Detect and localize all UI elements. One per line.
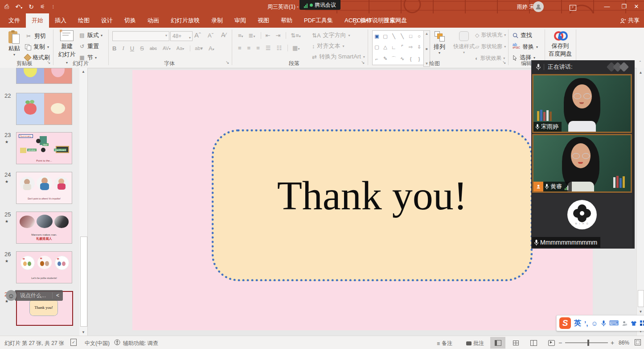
share-button[interactable]: 共享 — [620, 13, 640, 28]
start-slideshow-icon[interactable]: ⚟ — [40, 4, 45, 10]
scroll-down-button[interactable]: ▼ — [79, 328, 87, 336]
slide-thumbnail-24[interactable]: Don't point to others! It's impolite! — [16, 172, 72, 204]
video-tile-participant-3[interactable]: M I H O Mmmmmmmmmmm — [532, 194, 632, 248]
comments-button[interactable]: 批注 — [466, 340, 484, 347]
paste-button[interactable]: 粘贴 ▾ — [5, 30, 23, 57]
distribute-button[interactable]: ☷ — [276, 45, 282, 51]
ime-voice-icon[interactable] — [601, 320, 606, 327]
font-name-combo[interactable]: ▾ — [112, 31, 169, 41]
font-color-button[interactable]: A▾ — [209, 45, 214, 52]
tab-record[interactable]: 录制 — [205, 13, 229, 28]
tab-help[interactable]: 帮助 — [275, 13, 298, 28]
notes-button[interactable]: ≡备注 — [437, 340, 452, 347]
account-user-name[interactable]: 雨婷 宋 — [517, 0, 534, 13]
tencent-meeting-panel[interactable]: 正在讲话: 宋雨婷 — [531, 60, 635, 249]
clipboard-dialog-launcher[interactable]: ↘ — [47, 60, 50, 65]
columns-button[interactable]: ▦▾ — [287, 45, 299, 51]
tab-design[interactable]: 设计 — [95, 13, 119, 28]
video-tile-participant-1[interactable]: 宋雨婷 — [532, 74, 632, 133]
shape-fill-button[interactable]: ◇形状填充▾ — [475, 31, 506, 39]
highlight-color-button[interactable]: ab▾ — [190, 46, 203, 51]
decrease-font-icon[interactable]: Aˇ — [208, 32, 213, 39]
layout-button[interactable]: ▤版式▾ — [78, 31, 103, 39]
justify-button[interactable]: ☰ — [266, 45, 271, 51]
ime-language-mode[interactable]: 英 — [574, 319, 581, 328]
strikethrough-button[interactable]: S — [140, 45, 144, 52]
slide-thumbnail-23[interactable]: Summary window door blackboard Point to … — [16, 132, 72, 164]
slideshow-view-button[interactable] — [544, 337, 559, 349]
scrollbar-thumb[interactable] — [80, 237, 87, 327]
slide-thumbnail-22[interactable] — [16, 93, 72, 125]
align-right-button[interactable]: ≡ — [256, 45, 260, 51]
fit-to-window-icon[interactable] — [635, 339, 641, 345]
increase-font-icon[interactable]: Aˆ — [194, 31, 201, 39]
tab-animations[interactable]: 动画 — [142, 13, 165, 28]
meeting-header[interactable]: 正在讲话: — [531, 60, 635, 74]
scroll-up-button[interactable]: ▲ — [79, 68, 87, 75]
ime-keyboard-icon[interactable]: ⌨ — [609, 319, 619, 327]
bullets-button[interactable]: ≡▾ — [238, 32, 243, 39]
save-icon[interactable]: ⎙ — [4, 3, 9, 10]
slide-canvas[interactable]: Thank you! — [132, 70, 593, 330]
avatar[interactable] — [533, 1, 544, 12]
slide-thumbnail-26[interactable]: ▮▮ ▮▮ ▮▮ Let's be polite students! — [16, 251, 72, 283]
bold-button[interactable]: B — [112, 45, 116, 52]
align-left-button[interactable]: ≡ — [238, 45, 242, 51]
tab-review[interactable]: 审阅 — [229, 13, 252, 28]
scroll-up-button[interactable]: ▲ — [637, 69, 644, 76]
ribbon-display-options-button[interactable]: ↑ — [565, 0, 580, 13]
italic-button[interactable]: I — [122, 45, 124, 52]
slide-thumbnail-21[interactable] — [16, 68, 72, 84]
subscript-button[interactable]: abc — [150, 46, 157, 51]
sogou-logo-icon[interactable]: S — [559, 317, 571, 329]
thumbnail-scrollbar[interactable]: ▲ ▼ — [79, 68, 87, 336]
change-case-button[interactable]: Aa▾ — [176, 46, 184, 51]
shapes-gallery[interactable]: ▣▢╲╲□○ ▢△∟⌜⇨⇩ ⌐✎⌒∿{} — [372, 30, 424, 65]
find-button[interactable]: 查找 — [513, 31, 532, 39]
cut-button[interactable]: ✂剪切 — [25, 32, 46, 40]
zoom-slider-thumb[interactable] — [587, 340, 589, 346]
underline-button[interactable]: U — [130, 45, 134, 52]
undo-icon[interactable]: ↶▾ — [15, 3, 22, 10]
thank-you-shape[interactable]: Thank you! — [212, 129, 533, 281]
minimize-button[interactable]: — — [599, 0, 615, 13]
clear-formatting-icon[interactable]: A∕ — [221, 31, 226, 38]
tab-transitions[interactable]: 切换 — [119, 13, 142, 28]
ime-login-icon[interactable] — [622, 320, 628, 326]
align-text-button[interactable]: ↕对齐文本▾ — [312, 42, 345, 50]
tell-me-search[interactable]: 操作说明搜索 — [353, 13, 395, 28]
language-indicator[interactable]: 中文(中国) — [85, 340, 110, 347]
tab-slideshow[interactable]: 幻灯片放映 — [165, 13, 205, 28]
reading-view-button[interactable] — [526, 337, 541, 349]
reset-button[interactable]: ↺重置 — [78, 42, 99, 50]
meeting-chat-bubble[interactable]: 说点什么... < — [15, 290, 63, 301]
line-spacing-button[interactable]: ⇅≡▾ — [286, 32, 301, 39]
smartart-button[interactable]: ⇄转换为 SmartArt▾ — [312, 53, 365, 61]
zoom-in-button[interactable]: + — [611, 339, 614, 346]
character-spacing-button[interactable]: AV▾ — [163, 46, 171, 51]
redo-icon[interactable]: ↻ — [29, 3, 34, 10]
align-center-button[interactable]: ≡ — [247, 45, 251, 51]
ime-emoji-icon[interactable]: ☺ — [591, 320, 598, 327]
copy-button[interactable]: 复制▾ — [25, 43, 49, 51]
paragraph-dialog-launcher[interactable]: ↘ — [361, 60, 365, 65]
zoom-out-button[interactable]: − — [558, 339, 562, 346]
chat-emoji-button[interactable]: ☺ — [6, 290, 16, 301]
tab-home[interactable]: 开始 — [26, 13, 49, 28]
text-direction-button[interactable]: ⇅A文字方向▾ — [312, 31, 350, 39]
tab-file[interactable]: 文件 — [3, 13, 26, 28]
scroll-down-button[interactable]: ▼ — [637, 308, 644, 315]
replace-button[interactable]: ab⇌ac 替换▾ — [513, 42, 538, 51]
slide-thumbnail-25[interactable]: Manners makes man. 礼貌造就人 — [16, 212, 72, 244]
tab-pdf-tools[interactable]: PDF工具集 — [298, 13, 339, 28]
video-tile-participant-2[interactable]: 黄睿 — [532, 134, 632, 193]
thank-you-text[interactable]: Thank you! — [214, 172, 530, 219]
slide-sorter-view-button[interactable] — [508, 337, 523, 349]
increase-indent-button[interactable]: ⇥ — [275, 32, 280, 39]
tab-insert[interactable]: 插入 — [49, 13, 72, 28]
chat-placeholder[interactable]: 说点什么... — [15, 292, 52, 299]
normal-view-button[interactable] — [490, 337, 505, 349]
sogou-ime-bar[interactable]: S 英 ’, ☺ ⌨ — [556, 315, 644, 331]
decrease-indent-button[interactable]: ⇤ — [261, 32, 271, 39]
ime-punctuation-icon[interactable]: ’, — [584, 320, 588, 327]
